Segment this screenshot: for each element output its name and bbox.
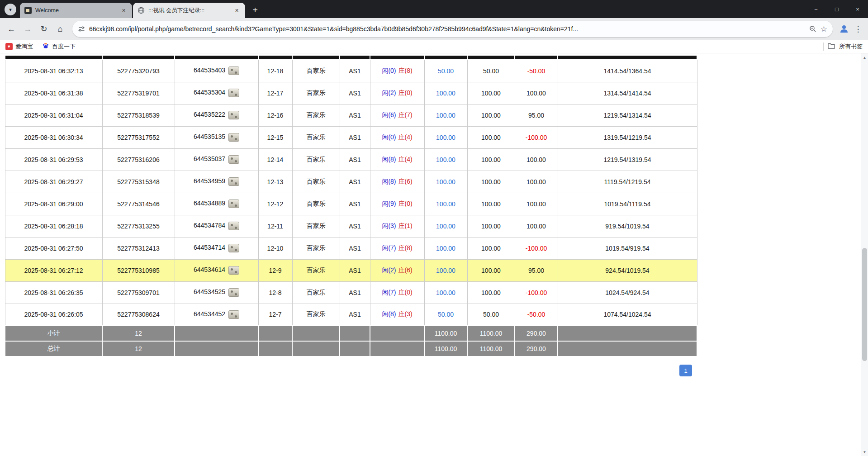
cell-balance: 1024.54/924.54 [558, 281, 697, 304]
cell-round: 12-15 [258, 126, 292, 148]
bet-amount-link[interactable]: 100.00 [436, 289, 455, 296]
tab-close-icon[interactable]: × [120, 7, 128, 14]
cell-balance: 919.54/1019.54 [558, 215, 697, 237]
home-button[interactable]: ⌂ [52, 21, 68, 37]
cell-round: 12-17 [258, 82, 292, 104]
bet-row[interactable]: 2025-08-31 06:31:38522775319701644535304… [5, 82, 697, 104]
tab-close-icon[interactable]: × [233, 7, 241, 14]
cell-order-id: 522775312413 [102, 237, 175, 259]
cell-time: 2025-08-31 06:31:38 [5, 82, 102, 104]
forward-button[interactable]: → [20, 21, 35, 37]
window-controls: − □ × [806, 0, 868, 18]
tab-betrecord[interactable]: :::视讯 会员下注纪录::: × [133, 3, 245, 18]
cell-round: 12-7 [258, 304, 292, 326]
taobao-icon: ♥ [5, 43, 13, 50]
bet-row[interactable]: 2025-08-31 06:29:53522775316206644535037… [5, 148, 697, 171]
bookmark-star-icon[interactable]: ☆ [821, 24, 827, 34]
close-button[interactable]: × [847, 0, 868, 18]
bet-amount-link[interactable]: 100.00 [436, 200, 455, 208]
cell-round: 12-16 [258, 104, 292, 126]
bet-row[interactable]: 2025-08-31 06:29:00522775314546644534889… [5, 193, 697, 215]
scrollbar-down-icon[interactable]: ▼ [861, 449, 868, 455]
bet-row[interactable]: 2025-08-31 06:26:35522775309701644534525… [5, 281, 697, 304]
bookmark-baidu[interactable]: 百度一下 [42, 42, 76, 51]
bet-amount-link[interactable]: 100.00 [436, 112, 455, 119]
bet-amount-link[interactable]: 50.00 [438, 67, 454, 75]
cell-round: 12-14 [258, 148, 292, 171]
banker-result: 庄(4) [398, 133, 413, 141]
cell-result: 闲(8)庄(3) [370, 304, 424, 326]
game-video-icon[interactable] [228, 244, 239, 252]
vertical-scrollbar[interactable]: ▲ ▼ [861, 53, 868, 456]
tab-search-button[interactable]: ▾ [5, 4, 16, 15]
summary-bet-total: 1100.00 [424, 326, 467, 341]
game-video-icon[interactable] [228, 200, 239, 208]
cell-game-no: 644535304 [175, 82, 258, 104]
game-video-icon[interactable] [228, 89, 239, 97]
cell-game-type: 百家乐 [292, 237, 340, 259]
bet-row[interactable]: 2025-08-31 06:29:27522775315348644534959… [5, 171, 697, 193]
cell-table: AS1 [340, 259, 370, 281]
scrollbar-up-icon[interactable]: ▲ [861, 54, 868, 61]
summary-label: 小计 [5, 326, 102, 341]
game-video-icon[interactable] [228, 288, 239, 297]
game-video-icon[interactable] [228, 133, 239, 142]
pagination-page-1[interactable]: 1 [679, 365, 692, 376]
new-tab-button[interactable]: + [249, 4, 261, 16]
zoom-icon[interactable] [809, 25, 816, 33]
scrollbar-thumb[interactable] [862, 248, 867, 361]
profile-avatar[interactable] [837, 22, 851, 36]
minimize-button[interactable]: − [806, 0, 826, 18]
bet-amount-link[interactable]: 50.00 [438, 311, 454, 318]
cell-result: 闲(0)庄(8) [370, 60, 424, 82]
url-text[interactable]: 66cxkj98.com/ipl/portal.php/game/betreco… [89, 25, 805, 33]
bet-amount-link[interactable]: 100.00 [436, 223, 455, 230]
bet-row[interactable]: 2025-08-31 06:30:34522775317552644535135… [5, 126, 697, 148]
reload-button[interactable]: ↻ [36, 21, 52, 37]
game-video-icon[interactable] [228, 266, 239, 275]
player-result: 闲(8) [382, 310, 396, 318]
bet-row[interactable]: 2025-08-31 06:32:13522775320793644535403… [5, 60, 697, 82]
cell-game-type: 百家乐 [292, 304, 340, 326]
back-button[interactable]: ← [4, 21, 19, 37]
game-video-icon[interactable] [228, 66, 239, 75]
bet-row[interactable]: 2025-08-31 06:27:12522775310985644534614… [5, 259, 697, 281]
bet-amount-link[interactable]: 100.00 [436, 134, 455, 141]
menu-icon[interactable]: ⋮ [852, 24, 864, 34]
tab-welcome[interactable]: Welcome × [20, 3, 132, 18]
game-video-icon[interactable] [228, 177, 239, 186]
bet-row[interactable]: 2025-08-31 06:31:04522775318539644535222… [5, 104, 697, 126]
game-number: 644534614 [194, 266, 225, 273]
game-video-icon[interactable] [228, 310, 239, 319]
cell-time: 2025-08-31 06:29:53 [5, 148, 102, 171]
bet-amount-link[interactable]: 100.00 [436, 245, 455, 252]
game-video-icon[interactable] [228, 111, 239, 119]
game-number: 644535037 [194, 155, 225, 162]
game-video-icon[interactable] [228, 155, 239, 164]
cell-table: AS1 [340, 82, 370, 104]
site-info-icon[interactable] [78, 25, 85, 33]
cell-valid-amount: 100.00 [467, 148, 515, 171]
bet-row[interactable]: 2025-08-31 06:27:50522775312413644534714… [5, 237, 697, 259]
all-bookmarks-button[interactable]: 所有书签 [823, 43, 863, 51]
bet-row[interactable]: 2025-08-31 06:28:18522775313255644534784… [5, 215, 697, 237]
player-result: 闲(8) [382, 156, 396, 163]
maximize-button[interactable]: □ [826, 0, 847, 18]
divider [823, 43, 824, 51]
game-video-icon[interactable] [228, 222, 239, 230]
banker-result: 庄(6) [398, 178, 413, 185]
cell-round: 12-13 [258, 171, 292, 193]
bookmark-aitaobao[interactable]: ♥ 爱淘宝 [5, 43, 33, 51]
cell-winloss: -50.00 [515, 304, 558, 326]
summary-valid-total: 1100.00 [467, 341, 515, 356]
bet-amount-link[interactable]: 100.00 [436, 267, 455, 274]
bet-amount-link[interactable]: 100.00 [436, 178, 455, 185]
address-bar[interactable]: 66cxkj98.com/ipl/portal.php/game/betreco… [72, 21, 833, 37]
cell-table: AS1 [340, 281, 370, 304]
bet-row[interactable]: 2025-08-31 06:26:05522775308624644534452… [5, 304, 697, 326]
cell-game-type: 百家乐 [292, 60, 340, 82]
bet-amount-link[interactable]: 100.00 [436, 156, 455, 163]
bet-amount-link[interactable]: 100.00 [436, 90, 455, 97]
bet-table-summary: 小计121100.001100.00290.00总计121100.001100.… [5, 326, 697, 356]
player-result: 闲(3) [382, 222, 396, 229]
